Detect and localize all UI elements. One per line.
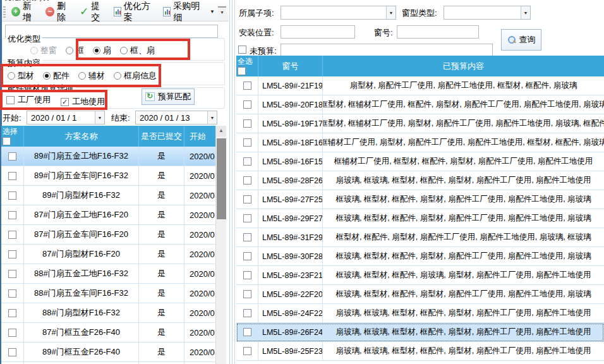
row-checkbox[interactable]	[8, 172, 16, 180]
start-date-picker[interactable]: 2020 / 01 / 1 ▼	[27, 111, 105, 124]
toolbar-grip[interactable]	[3, 6, 6, 18]
row-checkbox[interactable]	[8, 329, 16, 337]
row-checkbox[interactable]	[243, 347, 251, 355]
plan-table-scrollbar[interactable]: ▲	[215, 126, 226, 364]
radio-optimize-type[interactable]: 框、扇	[120, 45, 155, 56]
end-date-picker[interactable]: 2020 / 01 / 13 ▼	[135, 111, 217, 124]
radio-optimize-type[interactable]: 扇	[93, 45, 111, 56]
toolbar-overflow-button[interactable]: ▼	[218, 6, 226, 18]
radio-circle-icon[interactable]	[43, 72, 51, 80]
table-row[interactable]: 87#门扇五金车间F16-F20是2020/0	[1, 225, 226, 245]
table-row[interactable]: LM5L-89#-24F22扇玻璃, 框玻璃, 框型材, 框配件, 扇型材, 扇…	[236, 304, 604, 323]
row-checkbox[interactable]	[243, 290, 251, 298]
table-row[interactable]: LM5L-89#-16F15框辅材工厂使用, 框型材, 框配件, 扇型材, 扇配…	[236, 152, 604, 171]
table-row[interactable]: LM5L-89#-30F28框玻璃, 框型材, 框配件, 扇型材, 扇配件工厂使…	[236, 247, 604, 266]
submitted-header[interactable]: 是否已提交	[139, 126, 184, 147]
checkbox-usage[interactable]: ✓工地使用	[61, 96, 105, 107]
submit-button[interactable]: ✓ 提交	[76, 0, 110, 25]
table-row[interactable]: 87#门框五金F26-F40是2020/0	[1, 323, 226, 343]
row-checkbox[interactable]	[8, 348, 16, 356]
select-all-checkbox[interactable]	[238, 67, 246, 75]
radio-circle-icon[interactable]	[66, 47, 73, 54]
table-row[interactable]: 88#门扇型材F16-F32是2020/0	[1, 303, 226, 323]
add-button[interactable]: + 新增	[8, 0, 42, 25]
table-row[interactable]: LM5L-89#-22F20框玻璃, 框型材, 框配件, 扇型材, 扇配件工厂使…	[236, 285, 604, 304]
table-row[interactable]: 89#门框五金F26-F40是2020/0	[1, 343, 226, 362]
row-checkbox[interactable]	[8, 152, 16, 161]
row-checkbox[interactable]	[243, 271, 251, 279]
install-pos-input[interactable]	[281, 25, 355, 39]
table-row[interactable]: LM5L-89#-19F17框型材, 框辅材工厂使用, 扇型材, 扇配件工厂使用…	[236, 114, 604, 133]
table-row[interactable]: 88#门扇五金车间F16-F32是2020/0	[1, 284, 226, 303]
delete-button[interactable]: − 删除	[42, 0, 76, 25]
table-row[interactable]: LM5L-89#-20F18框型材, 框辅材工厂使用, 框配件, 扇型材, 扇配…	[236, 95, 604, 114]
radio-circle-icon[interactable]	[120, 47, 128, 54]
panel-splitter[interactable]	[229, 0, 230, 364]
table-row[interactable]: 88#门扇五金工地F16-F32是2020/0	[1, 264, 226, 284]
table-row[interactable]: LM5L-89#-21F19扇型材, 扇配件工厂使用, 扇配件工地使用, 框型材…	[236, 76, 604, 95]
sub-item-select[interactable]: ▼	[281, 6, 396, 20]
row-checkbox[interactable]	[8, 211, 16, 219]
table-row[interactable]: 87#门扇五金工地F16-F20是2020/0	[1, 205, 226, 225]
row-checkbox[interactable]	[243, 157, 251, 166]
budgeted-content-header[interactable]: 已预算内容	[323, 56, 604, 76]
scrollbar-thumb[interactable]	[217, 138, 226, 219]
window-type-select[interactable]: ▼	[444, 6, 531, 20]
checkbox-icon[interactable]	[6, 96, 15, 104]
chevron-down-icon[interactable]: ▼	[521, 6, 530, 19]
radio-budget-content[interactable]: 配件	[43, 70, 69, 82]
table-row[interactable]: LM5L-89#-18F16框辅材工厂使用, 扇型材, 扇配件工厂使用, 扇配件…	[236, 133, 604, 152]
table-row[interactable]: 89#门扇五金工地F16-F32是2020/0	[1, 147, 226, 166]
query-button[interactable]: 查询	[501, 29, 541, 51]
row-checkbox[interactable]	[243, 82, 251, 90]
radio-circle-icon[interactable]	[114, 72, 121, 80]
row-checkbox[interactable]	[243, 252, 251, 260]
chevron-down-icon[interactable]: ▼	[95, 111, 104, 124]
scroll-up-icon[interactable]: ▲	[216, 126, 226, 136]
row-checkbox[interactable]	[243, 233, 251, 241]
row-checkbox[interactable]	[8, 250, 16, 258]
row-checkbox[interactable]	[243, 176, 251, 185]
optimize-plan-button[interactable]: 优化方案	[111, 0, 160, 25]
row-checkbox[interactable]	[243, 119, 251, 128]
radio-budget-content[interactable]: 型材	[8, 70, 34, 82]
table-row[interactable]: LM5L-89#-25F23扇玻璃, 框玻璃, 框型材, 框配件, 扇型材, 扇…	[236, 342, 604, 361]
table-row[interactable]: LM5L-89#-27F25框玻璃, 框型材, 框配件, 扇型材, 扇配件工厂使…	[236, 190, 604, 209]
checkbox-icon[interactable]: ✓	[61, 98, 69, 106]
table-row[interactable]: LM5L-89#-31F29框型材, 框配件, 扇型材, 扇配件工厂使用, 扇配…	[236, 228, 604, 247]
table-row[interactable]: 89#门扇五金车间F16-F32是2020/0	[1, 166, 226, 186]
table-row[interactable]: LM5L-89#-23F21框玻璃, 框型材, 框配件, 扇玻璃, 扇型材, 扇…	[236, 266, 604, 285]
row-checkbox[interactable]	[243, 100, 251, 109]
row-checkbox[interactable]	[8, 191, 16, 200]
row-checkbox[interactable]	[243, 195, 251, 203]
radio-circle-icon[interactable]	[93, 47, 100, 54]
no-budget-checkbox[interactable]	[238, 46, 246, 54]
window-no-header[interactable]: 窗号	[258, 56, 323, 76]
radio-budget-content[interactable]: 辅材	[78, 70, 105, 82]
table-row[interactable]: 89#门扇型材F16-F32是2020/0	[1, 186, 226, 205]
radio-circle-icon[interactable]	[8, 72, 15, 80]
row-checkbox[interactable]	[243, 328, 251, 336]
purchase-detail-button[interactable]: 采购明细 ▼	[160, 0, 218, 25]
table-row[interactable]: 87#门扇型材F16-F20是2020/0	[1, 245, 226, 264]
table-row[interactable]: LM5L-89#-29F27框玻璃, 框型材, 框配件, 扇型材, 扇配件工厂使…	[236, 209, 604, 228]
select-all-checkbox[interactable]	[3, 137, 11, 145]
radio-circle-icon[interactable]	[78, 72, 86, 80]
table-row[interactable]: LM5L-89#-26F24扇玻璃, 框玻璃, 框型材, 框配件, 扇型材, 扇…	[236, 323, 604, 342]
window-no-input[interactable]	[397, 25, 479, 39]
row-checkbox[interactable]	[243, 214, 251, 222]
radio-budget-content[interactable]: 框扇信息	[114, 70, 157, 82]
row-checkbox[interactable]	[8, 231, 16, 239]
chevron-down-icon[interactable]: ▼	[386, 6, 396, 19]
row-checkbox[interactable]	[8, 289, 16, 298]
budget-match-button[interactable]: 预算匹配	[142, 88, 195, 105]
table-row[interactable]: LM5L-89#-28F26扇玻璃, 框玻璃, 框型材, 框配件, 扇型材, 扇…	[236, 171, 604, 190]
plan-name-header[interactable]: 方案名称	[24, 126, 139, 147]
checkbox-usage[interactable]: 工厂使用	[6, 94, 51, 106]
radio-optimize-type[interactable]: 框	[66, 45, 84, 56]
row-checkbox[interactable]	[8, 309, 16, 317]
chevron-down-icon[interactable]: ▼	[207, 111, 217, 124]
no-budget-input[interactable]	[281, 44, 493, 57]
row-checkbox[interactable]	[243, 309, 251, 317]
row-checkbox[interactable]	[8, 270, 16, 278]
